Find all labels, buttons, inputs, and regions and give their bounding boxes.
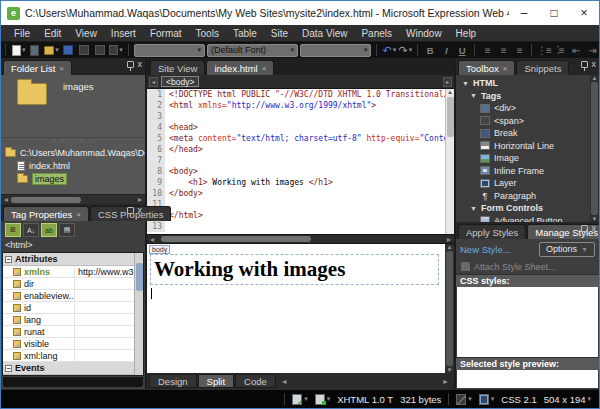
menu-help[interactable]: Help xyxy=(449,26,484,41)
code-line[interactable]: 12</html> xyxy=(147,210,445,221)
chevron-down-icon[interactable]: ▼ xyxy=(470,205,477,212)
menu-window[interactable]: Window xyxy=(399,26,449,41)
attribute-row[interactable]: ϟondatabind... xyxy=(3,375,134,376)
undo-button[interactable]: ↶▾ xyxy=(382,43,396,57)
superscript-preview-button[interactable] xyxy=(93,43,107,57)
document-tab-site-view[interactable]: Site View xyxy=(150,60,205,75)
tab-close-icon[interactable]: × xyxy=(76,210,81,219)
scroll-thumb[interactable] xyxy=(161,236,311,242)
close-panel-icon[interactable]: x xyxy=(592,225,597,232)
view-scroll-right-icon[interactable]: ► xyxy=(438,378,453,385)
attribute-row[interactable]: dir xyxy=(3,278,134,290)
tab-snippets[interactable]: Snippets xyxy=(516,60,569,75)
open-button[interactable]: ▾ xyxy=(44,43,59,57)
attribute-row[interactable]: visible xyxy=(3,338,134,350)
menu-view[interactable]: View xyxy=(68,26,104,41)
pin-icon[interactable] xyxy=(581,225,588,232)
toolbox-item-image[interactable]: Image xyxy=(456,152,590,165)
body-tag-chip[interactable]: <body> xyxy=(161,76,199,87)
collapse-icon[interactable]: − xyxy=(5,256,12,263)
bold-button[interactable]: B xyxy=(423,43,437,57)
code-vscrollbar[interactable]: ▲ xyxy=(445,89,454,234)
menu-panels[interactable]: Panels xyxy=(354,26,399,41)
show-alphabetized-button[interactable]: A↓ xyxy=(23,223,39,237)
code-line[interactable]: 9 <h1> Working with images </h1> xyxy=(147,177,445,188)
design-vscrollbar[interactable]: ▲▼ xyxy=(445,244,454,373)
font-size-dropdown[interactable]: ▾ xyxy=(300,44,371,57)
pin-icon[interactable] xyxy=(127,207,134,214)
options-button[interactable]: Options▼ xyxy=(539,242,595,257)
scroll-right-icon[interactable]: ► xyxy=(135,196,145,203)
chevron-down-icon[interactable]: ▼ xyxy=(462,80,469,87)
tree-item-label[interactable]: images xyxy=(32,173,67,185)
css-schema-indicator[interactable]: CSS 2.1 xyxy=(501,394,536,405)
scroll-right-icon[interactable]: ► xyxy=(444,236,454,243)
align-right-button[interactable]: ≡ xyxy=(512,43,526,57)
preview-in-browser-button[interactable]: ▾ xyxy=(109,43,123,57)
tab-close-icon[interactable]: × xyxy=(59,64,64,73)
minimize-button[interactable]: – xyxy=(509,1,539,25)
scroll-left-icon[interactable]: ◄ xyxy=(147,236,157,243)
body-tag-label[interactable]: body xyxy=(149,245,170,254)
close-panel-icon[interactable]: x xyxy=(138,61,143,68)
document-tab-index-html[interactable]: index.html× xyxy=(206,60,274,75)
images-folder-icon[interactable] xyxy=(17,83,47,105)
menu-tools[interactable]: Tools xyxy=(189,26,226,41)
code-line[interactable]: 5<meta content="text/html; charset=utf-8… xyxy=(147,133,445,144)
numbered-list-button[interactable]: ⋮≡ xyxy=(537,43,551,57)
attribute-row[interactable]: lang xyxy=(3,314,134,326)
style-application-button[interactable]: ▾ xyxy=(479,394,495,405)
panel-resize-bar[interactable] xyxy=(3,377,143,387)
view-scroll-left-icon[interactable]: ◄ xyxy=(277,378,292,385)
attribute-value-cell[interactable]: http://www.w3.o... xyxy=(75,267,134,277)
attribute-row[interactable]: id xyxy=(3,302,134,314)
code-line[interactable]: 11 xyxy=(147,199,445,210)
close-panel-icon[interactable]: x xyxy=(138,207,143,214)
code-line[interactable]: 7 xyxy=(147,155,445,166)
italic-button[interactable]: I xyxy=(439,43,453,57)
menu-table[interactable]: Table xyxy=(226,26,264,41)
design-view[interactable]: body Working with images ▲▼ xyxy=(147,244,454,373)
menu-data-view[interactable]: Data View xyxy=(295,26,354,41)
tree-item-label[interactable]: C:\Users\Muhammad.Waqas\Documents\M xyxy=(20,148,145,158)
toolbox-item-horizontal-line[interactable]: Horizontal Line xyxy=(456,140,590,153)
scroll-thumb[interactable] xyxy=(136,263,143,291)
tab-tag-properties[interactable]: Tag Properties× xyxy=(3,206,89,221)
toolbox-item-break[interactable]: Break xyxy=(456,127,590,140)
toolbox-item-inline-frame[interactable]: Inline Frame xyxy=(456,165,590,178)
tab-folder-list[interactable]: Folder List× xyxy=(3,60,72,75)
h1-selection-outline[interactable]: Working with images xyxy=(150,254,439,285)
section-header[interactable]: −Events xyxy=(3,362,134,375)
code-line[interactable]: 1<!DOCTYPE html PUBLIC "-//W3C//DTD XHTM… xyxy=(147,89,445,100)
chevron-down-icon[interactable]: ▼ xyxy=(470,92,477,99)
design-heading[interactable]: Working with images xyxy=(151,255,438,282)
code-line[interactable]: 10</body> xyxy=(147,188,445,199)
folder-tree-item[interactable]: C:\Users\Muhammad.Waqas\Documents\M xyxy=(1,146,145,159)
preview-item-label[interactable]: images xyxy=(63,81,94,92)
quick-tag-left-icon[interactable]: ◂ xyxy=(149,77,158,87)
attach-style-sheet-link[interactable]: Attach Style Sheet... xyxy=(456,259,599,274)
tab-close-icon[interactable]: × xyxy=(262,64,267,73)
close-button[interactable]: × xyxy=(569,1,599,25)
code-line[interactable]: 13 xyxy=(147,221,445,232)
folder-list-hscrollbar[interactable]: ◄ ► xyxy=(1,194,145,204)
scroll-thumb[interactable] xyxy=(591,82,598,215)
publish-button[interactable] xyxy=(77,43,91,57)
toolbox-item-html[interactable]: ▼HTML xyxy=(456,77,590,90)
menu-site[interactable]: Site xyxy=(264,26,295,41)
code-hscrollbar[interactable]: ◄ ► xyxy=(147,234,454,244)
new-document-button[interactable]: ▾ xyxy=(12,43,26,57)
tab-toolbox[interactable]: Toolbox× xyxy=(458,60,515,75)
code-view[interactable]: 1<!DOCTYPE html PUBLIC "-//W3C//DTD XHTM… xyxy=(147,89,454,234)
code-errors-button[interactable]: ▾ xyxy=(315,394,331,405)
quick-tag-right-icon[interactable]: ▸ xyxy=(443,77,452,87)
view-tab-design[interactable]: Design xyxy=(149,374,197,388)
scroll-thumb[interactable] xyxy=(11,197,81,203)
font-dropdown[interactable]: (Default Font)▾ xyxy=(207,44,298,57)
attribute-row[interactable]: xml:lang xyxy=(3,350,134,362)
menu-insert[interactable]: Insert xyxy=(104,26,143,41)
tab-close-icon[interactable]: × xyxy=(503,64,508,73)
toolbox-item-advanced-button[interactable]: Advanced Button xyxy=(456,215,590,223)
maximize-button[interactable]: □ xyxy=(539,1,569,25)
toolbox-item-layer[interactable]: Layer xyxy=(456,177,590,190)
